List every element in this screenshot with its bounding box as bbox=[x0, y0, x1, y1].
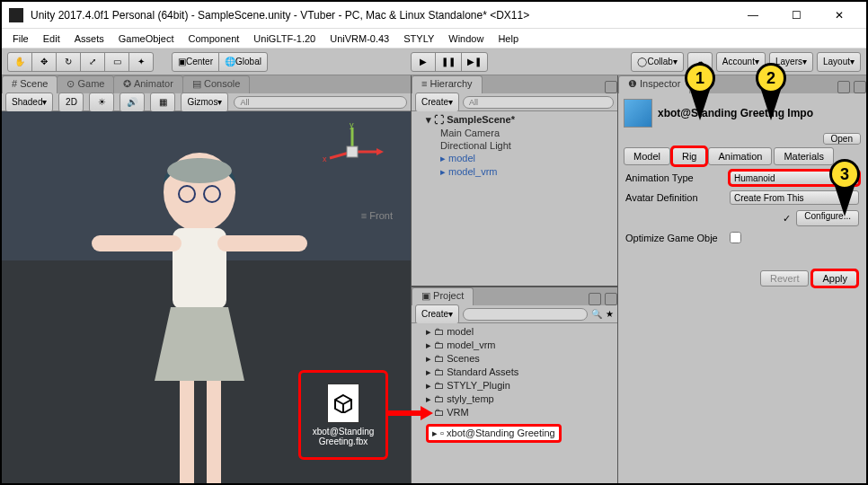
project-tree[interactable]: ▸ 🗀 model ▸ 🗀 model_vrm ▸ 🗀 Scenes ▸ 🗀 S… bbox=[412, 323, 617, 483]
close-button[interactable]: ✕ bbox=[819, 3, 859, 28]
project-folder[interactable]: ▸ 🗀 model_vrm bbox=[415, 339, 614, 352]
window-titlebar: Unity 2017.4.0f1 Personal (64bit) - Samp… bbox=[2, 2, 866, 29]
svg-rect-12 bbox=[92, 235, 182, 251]
file-overlay: xbot@Standing Greeting.fbx bbox=[298, 370, 388, 460]
tab-animator[interactable]: ✪ Animator bbox=[113, 75, 182, 93]
menu-file[interactable]: File bbox=[7, 31, 34, 46]
play-button[interactable]: ▶ bbox=[411, 52, 436, 72]
tab-console[interactable]: ▤ Console bbox=[182, 75, 250, 93]
move-tool-button[interactable]: ✥ bbox=[31, 52, 57, 72]
tab-scene[interactable]: # Scene bbox=[2, 75, 58, 93]
tab-inspector[interactable]: ❶ Inspector bbox=[618, 75, 690, 93]
tab-game[interactable]: ⊙ Game bbox=[57, 75, 114, 93]
asset-thumbnail-icon bbox=[624, 99, 652, 128]
menu-window[interactable]: Window bbox=[443, 31, 489, 46]
orientation-gizmo[interactable]: y x bbox=[321, 120, 384, 183]
audio-toggle[interactable]: 🔊 bbox=[120, 93, 145, 112]
hierarchy-item-camera[interactable]: Main Camera bbox=[415, 127, 614, 139]
layout-button[interactable]: Layout ▾ bbox=[817, 52, 861, 72]
rotate-tool-button[interactable]: ↻ bbox=[56, 52, 81, 72]
transform-tool-button[interactable]: ✦ bbox=[128, 52, 154, 72]
step-button[interactable]: ▶❚ bbox=[461, 52, 488, 72]
callout-2-arrow bbox=[764, 92, 778, 119]
mode-2d-toggle[interactable]: 2D bbox=[58, 93, 84, 112]
tab-hierarchy[interactable]: ≡ Hierarchy bbox=[412, 75, 483, 93]
hierarchy-item-model[interactable]: ▸ model bbox=[415, 152, 614, 165]
callout-3-arrow bbox=[837, 188, 852, 215]
hierarchy-scene-root[interactable]: ▾ ⛶ SampleScene* bbox=[415, 113, 614, 127]
hierarchy-item-modelvrm[interactable]: ▸ model_vrm bbox=[415, 165, 614, 179]
hierarchy-item-light[interactable]: Directional Light bbox=[415, 139, 614, 152]
avatar-check-icon: ✓ bbox=[783, 213, 791, 225]
inspector-menu-icon[interactable] bbox=[854, 81, 866, 93]
scene-search-input[interactable] bbox=[234, 96, 407, 109]
project-folder[interactable]: ▸ 🗀 Standard Assets bbox=[415, 366, 614, 379]
optimize-checkbox[interactable] bbox=[730, 232, 741, 243]
menu-univrm[interactable]: UniVRM-0.43 bbox=[324, 31, 394, 46]
scene-control-bar: Shaded ▾ 2D ☀ 🔊 ▦ Gizmos ▾ bbox=[2, 93, 411, 111]
menu-help[interactable]: Help bbox=[492, 31, 524, 46]
inspector-tab-model[interactable]: Model bbox=[624, 147, 670, 165]
inspector-lock-icon[interactable] bbox=[837, 81, 850, 93]
fx-toggle[interactable]: ▦ bbox=[150, 93, 175, 112]
pivot-global-button[interactable]: 🌐 Global bbox=[218, 52, 268, 72]
svg-point-8 bbox=[167, 158, 232, 183]
pause-button[interactable]: ❚❚ bbox=[435, 52, 462, 72]
optimize-label: Optimize Game Obje bbox=[625, 233, 724, 243]
lighting-toggle[interactable]: ☀ bbox=[89, 93, 114, 112]
svg-line-20 bbox=[343, 400, 351, 404]
menu-assets[interactable]: Assets bbox=[69, 31, 110, 46]
hierarchy-search-input[interactable] bbox=[463, 96, 614, 109]
hierarchy-create-button[interactable]: Create ▾ bbox=[415, 93, 459, 112]
project-lock-icon[interactable] bbox=[589, 293, 601, 305]
inspector-open-button[interactable]: Open bbox=[823, 133, 861, 145]
svg-rect-14 bbox=[180, 381, 194, 483]
viewport-front-label: ≡ Front bbox=[361, 210, 393, 221]
project-folder[interactable]: ▸ 🗀 VRM bbox=[415, 406, 614, 419]
tab-project[interactable]: ▣ Project bbox=[412, 287, 474, 305]
pivot-center-button[interactable]: ▣ Center bbox=[172, 52, 219, 72]
project-filter-icon[interactable]: 🔍 bbox=[591, 309, 602, 319]
project-folder[interactable]: ▸ 🗀 Scenes bbox=[415, 352, 614, 366]
collab-button[interactable]: ◯ Collab ▾ bbox=[631, 52, 683, 72]
menu-styly[interactable]: STYLY bbox=[398, 31, 439, 46]
rect-tool-button[interactable]: ▭ bbox=[104, 52, 129, 72]
scene-tab-row: # Scene ⊙ Game ✪ Animator ▤ Console bbox=[2, 75, 411, 93]
svg-marker-23 bbox=[421, 406, 433, 420]
menu-unigltf[interactable]: UniGLTF-1.20 bbox=[248, 31, 321, 46]
red-arrow-icon bbox=[388, 406, 433, 420]
revert-button[interactable]: Revert bbox=[760, 270, 809, 287]
project-search-input[interactable] bbox=[463, 308, 588, 321]
callout-2: 2 bbox=[756, 63, 786, 93]
scene-avatar-model[interactable] bbox=[74, 138, 325, 483]
scale-tool-button[interactable]: ⤢ bbox=[80, 52, 105, 72]
inspector-tab-animation[interactable]: Animation bbox=[708, 147, 772, 165]
project-folder[interactable]: ▸ 🗀 model bbox=[415, 325, 614, 339]
minimize-button[interactable]: — bbox=[733, 3, 773, 28]
project-menu-icon[interactable] bbox=[605, 293, 617, 305]
apply-button[interactable]: Apply bbox=[812, 270, 857, 287]
callout-3: 3 bbox=[829, 159, 860, 190]
unity-logo-icon bbox=[9, 8, 23, 22]
gizmos-dropdown[interactable]: Gizmos ▾ bbox=[181, 93, 228, 112]
menu-edit[interactable]: Edit bbox=[38, 31, 66, 46]
maximize-button[interactable]: ☐ bbox=[776, 3, 816, 28]
project-star-icon[interactable]: ★ bbox=[606, 309, 614, 319]
file-overlay-name: xbot@Standing Greeting.fbx bbox=[301, 427, 385, 446]
project-folder[interactable]: ▸ 🗀 styly_temp bbox=[415, 392, 614, 406]
hierarchy-tree[interactable]: ▾ ⛶ SampleScene* Main Camera Directional… bbox=[412, 111, 617, 286]
shaded-dropdown[interactable]: Shaded ▾ bbox=[5, 93, 53, 112]
avatar-definition-label: Avatar Definition bbox=[625, 192, 724, 203]
callout-1-arrow bbox=[693, 92, 707, 119]
inspector-tab-rig[interactable]: Rig bbox=[672, 147, 707, 165]
project-selected-asset[interactable]: ▸ ▫ xbot@Standing Greeting bbox=[426, 424, 562, 443]
hand-tool-button[interactable]: ✋ bbox=[7, 52, 32, 72]
fbx-file-icon bbox=[327, 384, 359, 423]
project-create-button[interactable]: Create ▾ bbox=[415, 304, 459, 324]
project-folder[interactable]: ▸ 🗀 STYLY_Plugin bbox=[415, 379, 614, 392]
hierarchy-menu-icon[interactable] bbox=[605, 81, 617, 93]
menu-gameobject[interactable]: GameObject bbox=[113, 31, 180, 46]
menu-component[interactable]: Component bbox=[182, 31, 244, 46]
inspector-tab-materials[interactable]: Materials bbox=[774, 147, 834, 165]
svg-marker-3 bbox=[376, 148, 384, 155]
